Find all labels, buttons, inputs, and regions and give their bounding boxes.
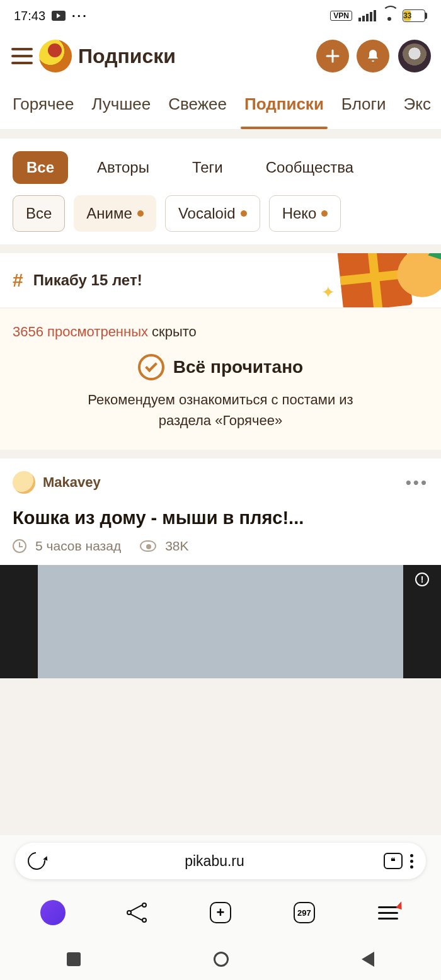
plus-icon (326, 49, 340, 63)
bell-icon (366, 48, 380, 64)
warning-icon[interactable]: ! (415, 573, 429, 586)
hash-icon: # (13, 270, 23, 291)
post-media[interactable]: ! (0, 565, 441, 678)
nav-tabs: Горячее Лучшее Свежее Подписки Блоги Экс (0, 81, 441, 130)
browser-menu-button[interactable] (410, 854, 413, 869)
filter-section: Все Авторы Теги Сообщества Все Аниме Voc… (0, 139, 441, 244)
status-time: 17:43 (14, 9, 45, 23)
address-pill[interactable]: pikabu.ru ❝ (15, 843, 426, 879)
tab-subscriptions[interactable]: Подписки (236, 81, 333, 129)
tabs-button[interactable]: 297 (287, 895, 322, 930)
post-card: Makavey ••• Кошка из дому - мыши в пляс!… (0, 459, 441, 678)
post-menu-button[interactable]: ••• (406, 473, 428, 493)
chip-anime-label: Аниме (86, 205, 132, 222)
filter-all[interactable]: Все (13, 151, 68, 184)
post-title[interactable]: Кошка из дому - мыши в пляс!... (13, 508, 428, 528)
dot-icon (241, 210, 247, 217)
share-button[interactable] (119, 895, 154, 930)
chip-anime[interactable]: Аниме (74, 195, 156, 232)
done-text: Всё прочитано (173, 357, 303, 377)
new-tab-button[interactable]: + (203, 895, 238, 930)
tab-fresh[interactable]: Свежее (159, 81, 236, 129)
chip-vocaloid[interactable]: Vocaloid (165, 195, 260, 232)
alice-button[interactable] (35, 895, 71, 930)
post-meta: 5 часов назад 38K (13, 538, 428, 554)
browser-bottom-nav: + 297 (0, 887, 441, 938)
back-button[interactable] (362, 952, 374, 967)
chip-neko[interactable]: Неко (269, 195, 341, 232)
chip-all[interactable]: Все (13, 195, 65, 232)
home-button[interactable] (214, 952, 229, 967)
recent-apps-button[interactable] (67, 952, 81, 966)
battery-indicator: 33 (403, 9, 427, 22)
viewed-block: 3656 просмотренных скрыто Всё прочитано … (0, 309, 441, 450)
filter-communities[interactable]: Сообщества (252, 151, 367, 184)
dot-icon (321, 210, 328, 217)
share-icon (127, 903, 147, 923)
post-author-avatar[interactable] (13, 471, 35, 494)
browser-address-bar: pikabu.ru ❝ (0, 835, 441, 887)
banner-text: Пикабу 15 лет! (33, 271, 142, 289)
reader-mode-icon[interactable]: ❝ (384, 853, 403, 869)
menu-lines-icon (378, 906, 398, 920)
address-url[interactable]: pikabu.ru (45, 853, 384, 870)
app-header: Подписки (0, 31, 441, 81)
pikabu-logo[interactable] (39, 40, 72, 72)
eye-icon (140, 540, 156, 552)
filter-tags[interactable]: Теги (178, 151, 237, 184)
notifications-button[interactable] (357, 40, 389, 72)
plus-square-icon: + (210, 902, 231, 923)
tab-hot[interactable]: Горячее (4, 81, 83, 129)
alice-icon (40, 900, 66, 925)
recommend-text: Рекомендуем ознакомиться с постами из ра… (13, 389, 428, 431)
add-button[interactable] (316, 40, 349, 72)
tab-best[interactable]: Лучшее (83, 81, 160, 129)
youtube-icon (52, 11, 66, 21)
viewed-count: 3656 просмотренных (13, 324, 148, 339)
system-nav-bar (0, 938, 441, 980)
clock-icon (13, 539, 26, 553)
check-circle-icon (138, 354, 164, 380)
dot-icon (137, 210, 144, 217)
chip-vocaloid-label: Vocaloid (178, 205, 236, 222)
wifi-icon (382, 11, 396, 21)
menu-button[interactable] (5, 39, 39, 73)
viewed-line: 3656 просмотренных скрыто (13, 324, 428, 340)
tab-blogs[interactable]: Блоги (333, 81, 395, 129)
post-views: 38K (165, 538, 188, 554)
status-more-icon: ··· (72, 9, 88, 23)
vpn-badge: VPN (330, 11, 352, 21)
filter-authors[interactable]: Авторы (83, 151, 163, 184)
browser-settings-button[interactable] (370, 895, 406, 930)
anniversary-banner[interactable]: # Пикабу 15 лет! ✦ (0, 253, 441, 307)
user-avatar[interactable] (398, 40, 431, 72)
tab-count-badge: 297 (294, 902, 315, 923)
post-author-name[interactable]: Makavey (43, 474, 398, 491)
status-bar: 17:43 ··· VPN 33 (0, 0, 441, 31)
viewed-hidden: скрыто (148, 324, 197, 339)
tab-extra[interactable]: Экс (395, 81, 440, 129)
post-time: 5 часов назад (35, 538, 121, 554)
signal-icon (358, 10, 376, 21)
chip-neko-label: Неко (282, 205, 317, 222)
gift-illustration: ✦ (340, 253, 441, 307)
page-title: Подписки (78, 45, 309, 68)
